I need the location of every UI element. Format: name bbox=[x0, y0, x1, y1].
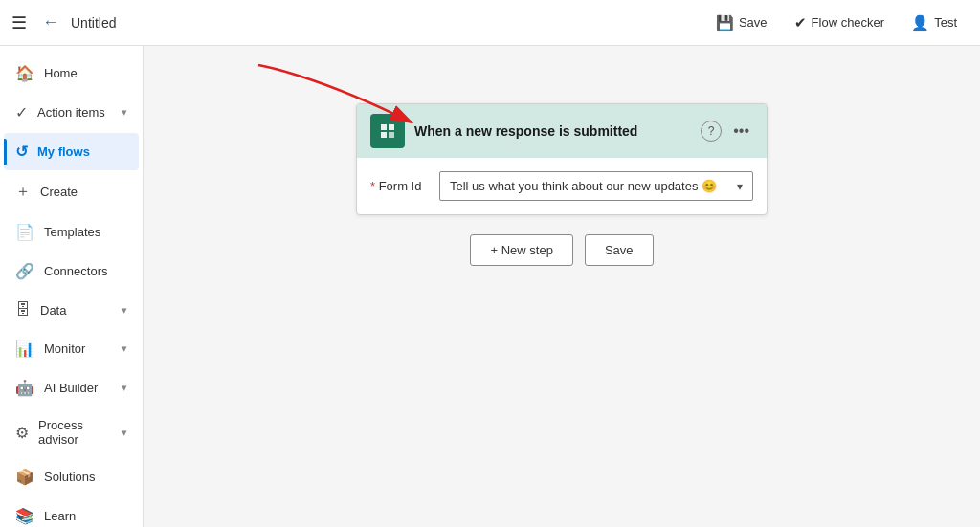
save-label: Save bbox=[739, 15, 768, 30]
flow-card: When a new response is submitted ? ••• *… bbox=[356, 103, 768, 215]
learn-icon: 📚 bbox=[15, 507, 34, 525]
sidebar-item-solutions[interactable]: 📦 Solutions bbox=[4, 458, 139, 495]
sidebar-item-label: Home bbox=[44, 66, 78, 80]
sidebar-item-templates[interactable]: 📄 Templates bbox=[4, 213, 139, 251]
save-icon: 💾 bbox=[716, 14, 734, 32]
sidebar-item-label: My flows bbox=[37, 144, 90, 159]
more-icon: ••• bbox=[733, 122, 749, 139]
flow-actions: + New step Save bbox=[470, 234, 653, 266]
sidebar-item-label: Create bbox=[40, 185, 78, 199]
hamburger-icon[interactable]: ☰ bbox=[11, 12, 27, 33]
flow-checker-icon: ✔ bbox=[794, 14, 807, 32]
topbar-actions: 💾 Save ✔ Flow checker 👤 Test bbox=[704, 9, 969, 37]
flows-icon: ↺ bbox=[15, 143, 28, 161]
create-icon: ＋ bbox=[15, 182, 31, 202]
sidebar-item-data[interactable]: 🗄 Data ▾ bbox=[4, 292, 139, 328]
sidebar-item-label: Connectors bbox=[44, 264, 107, 278]
sidebar-item-label: Solutions bbox=[44, 470, 95, 484]
sidebar-item-label: Process advisor bbox=[38, 418, 112, 447]
chevron-down-icon: ▾ bbox=[122, 304, 127, 317]
sidebar-item-label: Action items bbox=[37, 105, 105, 120]
topbar: ☰ ← Untitled 💾 Save ✔ Flow checker 👤 Tes… bbox=[0, 0, 980, 46]
info-icon: ? bbox=[708, 124, 715, 138]
connectors-icon: 🔗 bbox=[15, 262, 34, 280]
sidebar-item-label: Templates bbox=[44, 225, 100, 239]
sidebar-item-create[interactable]: ＋ Create bbox=[4, 172, 139, 211]
sidebar-item-label: Monitor bbox=[44, 341, 85, 356]
flow-card-title: When a new response is submitted bbox=[414, 123, 691, 139]
sidebar-item-connectors[interactable]: 🔗 Connectors bbox=[4, 253, 139, 290]
svg-rect-5 bbox=[389, 132, 394, 138]
sidebar-item-action-items[interactable]: ✓ Action items ▾ bbox=[4, 94, 139, 131]
sidebar-item-label: Learn bbox=[44, 509, 76, 523]
main-layout: 🏠 Home ✓ Action items ▾ ↺ My flows ＋ Cre… bbox=[0, 46, 980, 527]
svg-rect-4 bbox=[381, 132, 387, 138]
info-button[interactable]: ? bbox=[701, 121, 722, 142]
solutions-icon: 📦 bbox=[15, 468, 34, 486]
chevron-down-icon: ▾ bbox=[122, 106, 127, 119]
sidebar-item-monitor[interactable]: 📊 Monitor ▾ bbox=[4, 330, 139, 367]
test-icon: 👤 bbox=[911, 14, 929, 32]
flow-card-header-actions: ? ••• bbox=[701, 121, 753, 142]
home-icon: 🏠 bbox=[15, 64, 34, 82]
test-button[interactable]: 👤 Test bbox=[900, 9, 969, 37]
content-area: When a new response is submitted ? ••• *… bbox=[144, 46, 980, 527]
data-icon: 🗄 bbox=[15, 301, 31, 318]
page-title: Untitled bbox=[71, 15, 116, 31]
form-id-select[interactable]: Tell us what you think about our new upd… bbox=[439, 171, 753, 201]
flow-card-header: When a new response is submitted ? ••• bbox=[357, 104, 767, 158]
sidebar-item-learn[interactable]: 📚 Learn bbox=[4, 497, 139, 527]
svg-rect-3 bbox=[389, 124, 394, 130]
chevron-down-icon: ▾ bbox=[122, 382, 127, 394]
active-indicator bbox=[4, 139, 7, 165]
form-id-label: * Form Id bbox=[370, 179, 428, 193]
sidebar-item-my-flows[interactable]: ↺ My flows bbox=[4, 133, 139, 170]
back-button[interactable]: ← bbox=[42, 12, 59, 33]
form-row: * Form Id Tell us what you think about o… bbox=[370, 171, 753, 201]
chevron-down-icon: ▾ bbox=[122, 342, 127, 355]
sidebar-item-home[interactable]: 🏠 Home bbox=[4, 55, 139, 92]
new-step-button[interactable]: + New step bbox=[470, 234, 572, 266]
flow-card-body: * Form Id Tell us what you think about o… bbox=[357, 158, 767, 214]
sidebar: 🏠 Home ✓ Action items ▾ ↺ My flows ＋ Cre… bbox=[0, 46, 144, 527]
svg-rect-1 bbox=[377, 121, 398, 142]
sidebar-item-ai-builder[interactable]: 🤖 AI Builder ▾ bbox=[4, 369, 139, 406]
required-asterisk: * bbox=[370, 179, 379, 193]
svg-rect-2 bbox=[381, 124, 387, 130]
save-flow-button[interactable]: Save bbox=[585, 234, 654, 266]
templates-icon: 📄 bbox=[15, 223, 34, 241]
action-items-icon: ✓ bbox=[15, 103, 28, 121]
more-options-button[interactable]: ••• bbox=[729, 121, 753, 142]
form-id-value: Tell us what you think about our new upd… bbox=[450, 179, 717, 193]
process-advisor-icon: ⚙ bbox=[15, 424, 29, 442]
flow-checker-button[interactable]: ✔ Flow checker bbox=[783, 9, 897, 37]
chevron-down-icon: ▾ bbox=[122, 427, 127, 439]
ai-builder-icon: 🤖 bbox=[15, 379, 34, 397]
chevron-down-icon: ▾ bbox=[737, 180, 743, 193]
flow-checker-label: Flow checker bbox=[812, 15, 885, 30]
save-button[interactable]: 💾 Save bbox=[704, 9, 779, 37]
sidebar-item-label: AI Builder bbox=[44, 381, 98, 395]
sidebar-item-process-advisor[interactable]: ⚙ Process advisor ▾ bbox=[4, 408, 139, 456]
test-label: Test bbox=[934, 15, 957, 30]
sidebar-item-label: Data bbox=[40, 303, 66, 318]
monitor-icon: 📊 bbox=[15, 340, 34, 358]
flow-card-icon bbox=[370, 114, 405, 148]
